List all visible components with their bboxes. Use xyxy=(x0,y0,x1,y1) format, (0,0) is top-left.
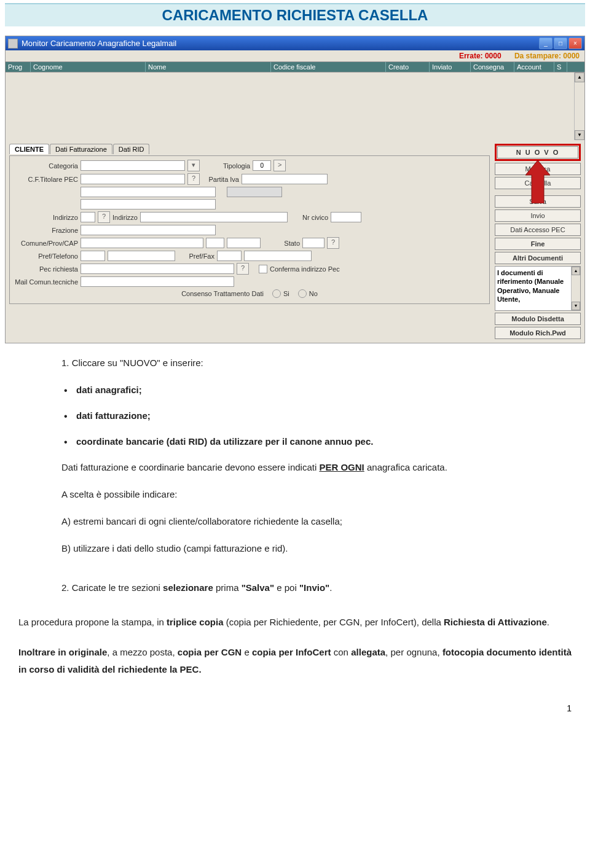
label-consenso: Consenso Trattamento Dati xyxy=(181,290,264,297)
input-cf-titolare[interactable] xyxy=(81,174,185,184)
maximize-button[interactable]: □ xyxy=(554,37,567,49)
docpanel-scrollbar[interactable]: ▲ ▼ xyxy=(571,267,580,310)
input-pec-richiesta[interactable] xyxy=(81,264,234,274)
label-cf-titolare: C.F.Titolare PEC xyxy=(14,176,78,183)
label-indirizzo-short: Indirizzo xyxy=(14,214,78,221)
label-pref-fax: Pref/Fax xyxy=(178,252,214,260)
help-cf-icon[interactable]: ? xyxy=(187,173,200,185)
tab-rid[interactable]: Dati RID xyxy=(113,144,150,154)
page-title: CARICAMENTO RICHIESTA CASELLA xyxy=(5,7,585,24)
col-s[interactable]: S xyxy=(554,62,567,72)
input-piva[interactable] xyxy=(242,174,328,184)
input-stato[interactable] xyxy=(302,238,324,248)
side-buttons: N U O V O Modifica Cancella Salva Invio … xyxy=(495,144,581,339)
checkbox-conferma-pec[interactable] xyxy=(259,265,267,273)
page-number: 1 xyxy=(0,697,590,719)
nuovo-button[interactable]: N U O V O xyxy=(497,146,578,158)
col-inviato[interactable]: Inviato xyxy=(430,62,471,72)
col-prog[interactable]: Prog xyxy=(6,62,31,72)
input-indirizzo-code[interactable] xyxy=(81,212,95,222)
input-tel[interactable] xyxy=(108,251,175,261)
input-nr-civico[interactable] xyxy=(331,212,361,222)
altri-documenti-button[interactable]: Altri Documenti xyxy=(495,252,581,264)
radio-no[interactable] xyxy=(298,289,307,298)
help-indirizzo-icon[interactable]: ? xyxy=(98,211,110,223)
bullet-2: dati fatturazione; xyxy=(76,410,151,421)
input-frazione[interactable] xyxy=(81,225,216,235)
scroll-up-icon[interactable]: ▲ xyxy=(575,72,584,82)
help-pec-icon[interactable]: ? xyxy=(237,263,249,275)
status-strip: Errate: 0000 Da stampare: 0000 xyxy=(6,50,584,61)
tab-cliente[interactable]: CLIENTE xyxy=(9,144,49,154)
status-errate: Errate: 0000 xyxy=(459,52,502,60)
doc-scroll-down-icon[interactable]: ▼ xyxy=(572,302,580,310)
window-titlebar: Monitor Caricamento Anagrafiche Legalmai… xyxy=(6,36,584,50)
label-si: Si xyxy=(283,290,289,297)
dropdown-categoria-icon[interactable]: ▾ xyxy=(187,160,200,171)
input-nome2[interactable] xyxy=(81,199,216,209)
scroll-down-icon[interactable]: ▼ xyxy=(575,130,584,140)
p-scelta: A scelta è possibile indicare: xyxy=(61,487,553,502)
app-window: Monitor Caricamento Anagrafiche Legalmai… xyxy=(5,36,585,343)
fine-button[interactable]: Fine xyxy=(495,238,581,250)
doc-scroll-up-icon[interactable]: ▲ xyxy=(572,267,580,275)
input-comune[interactable] xyxy=(81,238,203,248)
minimize-button[interactable]: _ xyxy=(539,37,553,49)
col-codice-fiscale[interactable]: Codice fiscale xyxy=(271,62,386,72)
form-panel: CLIENTE Dati Fatturazione Dati RID Categ… xyxy=(6,140,584,343)
label-frazione: Frazione xyxy=(14,227,78,234)
status-da-stampare: Da stampare: 0000 xyxy=(514,52,580,60)
label-piva: Partita Iva xyxy=(202,176,239,183)
input-nome1[interactable] xyxy=(81,187,216,197)
modulo-rich-pwd-button[interactable]: Modulo Rich.Pwd xyxy=(495,327,581,339)
col-creato[interactable]: Creato xyxy=(386,62,430,72)
p-stampa: La procedura propone la stampa, in tripl… xyxy=(18,614,572,631)
modulo-disdetta-button[interactable]: Modulo Disdetta xyxy=(495,313,581,325)
svg-marker-0 xyxy=(525,160,550,203)
label-no: No xyxy=(309,290,318,297)
form-cliente: Categoria ▾ Tipologia 0 > C.F.Titolare P… xyxy=(9,155,490,304)
nuovo-highlight: N U O V O xyxy=(495,144,581,161)
label-indirizzo: Indirizzo xyxy=(112,214,138,221)
label-categoria: Categoria xyxy=(14,162,78,170)
bullet-1: dati anagrafici; xyxy=(76,385,142,395)
input-prov[interactable] xyxy=(206,238,224,248)
page-title-bar: CARICAMENTO RICHIESTA CASELLA xyxy=(5,3,585,26)
col-account[interactable]: Account xyxy=(514,62,554,72)
input-pref-fax[interactable] xyxy=(217,251,242,261)
invio-button[interactable]: Invio xyxy=(495,209,581,222)
input-mail-tec[interactable] xyxy=(81,276,234,287)
doc-content: 1. Cliccare su "NUOVO" e inserire: dati … xyxy=(0,343,590,614)
label-nr-civico: Nr civico xyxy=(302,214,328,221)
step-1: 1. Cliccare su "NUOVO" e inserire: xyxy=(61,356,553,370)
input-indirizzo[interactable] xyxy=(140,212,288,222)
label-mail-tec: Mail Comun.tecniche xyxy=(14,278,78,286)
label-pref-tel: Pref/Telefono xyxy=(14,252,78,260)
dati-accesso-pec-button[interactable]: Dati Accesso PEC xyxy=(495,224,581,236)
grid-body[interactable]: ▲ ▼ xyxy=(6,72,584,140)
label-comune: Comune/Prov/CAP xyxy=(14,240,78,247)
grid-scrollbar[interactable]: ▲ ▼ xyxy=(574,72,584,140)
tab-fatturazione[interactable]: Dati Fatturazione xyxy=(50,144,112,154)
lookup-tipologia-icon[interactable]: > xyxy=(273,160,286,171)
input-tipologia[interactable]: 0 xyxy=(253,160,271,171)
input-cap[interactable] xyxy=(227,238,261,248)
label-conferma-pec: Conferma indirizzo Pec xyxy=(270,265,340,273)
documenti-panel[interactable]: I documenti di riferimento (Manuale Oper… xyxy=(495,266,581,311)
input-grey xyxy=(227,187,282,197)
help-stato-icon[interactable]: ? xyxy=(327,237,339,249)
input-categoria[interactable] xyxy=(81,160,185,171)
doc-content-wide: La procedura propone la stampa, in tripl… xyxy=(0,614,590,697)
col-consegna[interactable]: Consegna xyxy=(471,62,514,72)
p-inoltrare: Inoltrare in originale, a mezzo posta, c… xyxy=(18,644,572,679)
red-arrow-icon xyxy=(525,160,550,197)
app-icon xyxy=(8,39,18,49)
input-fax[interactable] xyxy=(244,251,312,261)
col-nome[interactable]: Nome xyxy=(146,62,271,72)
p-option-a: A) estremi bancari di ogni cliente/colla… xyxy=(61,514,553,529)
radio-si[interactable] xyxy=(272,289,281,298)
input-pref[interactable] xyxy=(81,251,105,261)
close-button[interactable]: × xyxy=(568,37,582,49)
label-tipologia: Tipologia xyxy=(223,162,250,170)
col-cognome[interactable]: Cognome xyxy=(31,62,146,72)
